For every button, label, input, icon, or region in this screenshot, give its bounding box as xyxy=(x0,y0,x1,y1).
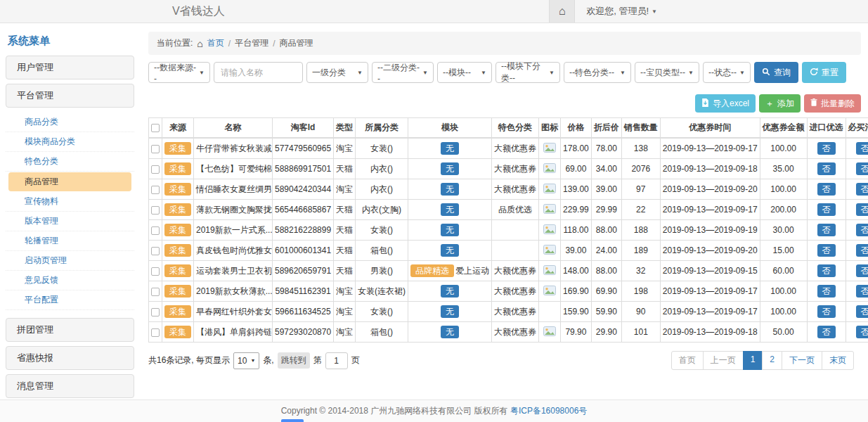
sidebar-subitem[interactable]: 模块商品分类 xyxy=(6,132,134,152)
row-checkbox[interactable] xyxy=(151,145,160,153)
import-select-badge[interactable]: 否 xyxy=(817,203,836,216)
row-checkbox[interactable] xyxy=(151,186,160,194)
record-count-text: 共16条记录, 每页显示 xyxy=(148,354,230,366)
must-buy-badge[interactable]: 否 xyxy=(856,285,868,298)
row-checkbox[interactable] xyxy=(151,288,160,296)
cell-sales: 188 xyxy=(621,220,660,241)
row-checkbox[interactable] xyxy=(151,165,160,174)
breadcrumb-page: 商品管理 xyxy=(280,37,313,49)
sidebar-item-saving-news[interactable]: 省惠快报 xyxy=(6,346,134,370)
filter-select-category-l1[interactable]: 一级分类▼ xyxy=(306,62,368,83)
filter-select-data-source[interactable]: --数据来源--▼ xyxy=(148,62,210,83)
sidebar-subitem[interactable]: 商品分类 xyxy=(6,113,134,132)
must-buy-badge[interactable]: 否 xyxy=(856,264,868,277)
row-checkbox[interactable] xyxy=(151,226,160,235)
col-header-sales: 销售数量 xyxy=(621,118,660,139)
must-buy-badge[interactable]: 否 xyxy=(856,224,868,236)
cell-module: 无 xyxy=(408,322,492,343)
pager-末页[interactable]: 末页 xyxy=(822,351,854,370)
batch-delete-button[interactable]: 批量删除 xyxy=(804,94,861,113)
must-buy-badge[interactable]: 否 xyxy=(856,183,868,196)
cell-source: 采集 xyxy=(162,179,194,200)
must-buy-badge[interactable]: 否 xyxy=(856,244,868,257)
sidebar-item-user[interactable]: 用户管理 xyxy=(6,56,134,79)
import-select-badge[interactable]: 否 xyxy=(817,142,836,155)
import-excel-button[interactable]: 导入excel xyxy=(695,94,756,113)
row-checkbox[interactable] xyxy=(151,267,160,276)
import-select-badge[interactable]: 否 xyxy=(817,264,836,277)
filter-select-feature-category[interactable]: --特色分类--▼ xyxy=(564,62,631,83)
import-select-badge[interactable]: 否 xyxy=(817,285,836,298)
pager-1[interactable]: 1 xyxy=(743,351,763,370)
per-page-select[interactable]: 10 ▼ xyxy=(233,352,259,369)
table-row: 采集早春网红针织外套女春...596611634525淘宝女装()无大额优惠券1… xyxy=(149,302,868,322)
import-select-badge[interactable]: 否 xyxy=(817,244,836,257)
must-buy-badge[interactable]: 否 xyxy=(856,305,868,318)
sidebar-item-platform[interactable]: 平台管理 xyxy=(6,84,134,108)
source-badge: 采集 xyxy=(164,264,191,277)
filter-select-status[interactable]: --状态--▼ xyxy=(703,62,751,83)
caret-down-icon: ▼ xyxy=(422,70,428,76)
sidebar-subitem[interactable]: 版本管理 xyxy=(6,212,134,231)
filter-select-module-sub[interactable]: --模块下分类--▼ xyxy=(495,62,560,83)
filter-select-item-type[interactable]: --宝贝类型--▼ xyxy=(635,62,699,83)
home-button[interactable]: ⌂ xyxy=(549,0,575,23)
row-checkbox[interactable] xyxy=(151,206,160,215)
search-button[interactable]: 查询 xyxy=(754,62,798,83)
pager-首页[interactable]: 首页 xyxy=(671,351,704,370)
import-select-badge[interactable]: 否 xyxy=(817,162,836,175)
pager-下一页[interactable]: 下一页 xyxy=(782,351,822,370)
row-checkbox[interactable] xyxy=(151,328,160,337)
caret-down-icon: ▼ xyxy=(549,70,555,76)
sidebar-subitem[interactable]: 启动页管理 xyxy=(6,251,134,271)
cell-taoke_id: 588869917501 xyxy=(273,159,334,179)
sidebar-subitem[interactable]: 特色分类 xyxy=(6,152,134,172)
select-all-checkbox[interactable] xyxy=(151,124,160,132)
sidebar-subitem[interactable]: 意见反馈 xyxy=(6,271,134,290)
add-button[interactable]: ＋ 添加 xyxy=(759,94,801,113)
pagination: 共16条记录, 每页显示 10 ▼ 条, 跳转到 第 页 首页上一页12下一页末… xyxy=(148,351,861,370)
reset-button[interactable]: 重置 xyxy=(802,62,846,83)
cell-coupon_amount: 100.00 xyxy=(760,281,807,302)
must-buy-badge[interactable]: 否 xyxy=(856,326,868,338)
user-menu[interactable]: 欢迎您, 管理员! ▼ xyxy=(575,5,868,18)
cell-discount: 88.00 xyxy=(591,220,621,241)
cell-taoke_id: 565446685867 xyxy=(273,200,334,220)
cell-name: 真皮钱包时尚优雅女士... xyxy=(194,241,273,261)
sidebar-subitem[interactable]: 轮播管理 xyxy=(6,231,134,251)
must-buy-badge[interactable]: 否 xyxy=(856,203,868,216)
sidebar-subitem[interactable]: 平台配置 xyxy=(6,290,134,310)
cell-sales: 2076 xyxy=(621,159,660,179)
cell-category: 箱包() xyxy=(356,322,408,343)
cell-module: 品牌精选爱上运动 xyxy=(408,261,492,281)
row-checkbox[interactable] xyxy=(151,247,160,255)
cell-coupon_time: 2019-09-13—2019-09-20 xyxy=(660,241,760,261)
cell-price: 139.00 xyxy=(561,179,592,200)
icp-link[interactable]: 粤ICP备16098006号 xyxy=(510,405,587,417)
filter-select-module[interactable]: --模块--▼ xyxy=(437,62,492,83)
pager-上一页[interactable]: 上一页 xyxy=(703,351,744,370)
row-checkbox[interactable] xyxy=(151,308,160,316)
must-buy-badge[interactable]: 否 xyxy=(856,142,868,155)
import-select-badge[interactable]: 否 xyxy=(817,183,836,196)
table-row: 采集情侣睡衣女夏丝绸男士...589042420344淘宝内衣()无大额优惠券1… xyxy=(149,179,868,200)
pager-2[interactable]: 2 xyxy=(762,351,782,370)
import-select-badge[interactable]: 否 xyxy=(817,305,836,318)
module-badge: 无 xyxy=(441,326,459,338)
import-select-badge[interactable]: 否 xyxy=(817,326,836,338)
sidebar-item-group-buy[interactable]: 拼团管理 xyxy=(6,318,134,342)
module-badge: 无 xyxy=(441,285,459,298)
cell-icon xyxy=(539,322,561,343)
cell-must_buy: 否 xyxy=(846,322,868,343)
sidebar-subitem-active[interactable]: 商品管理 xyxy=(8,172,131,191)
cell-category: 箱包() xyxy=(356,241,408,261)
must-buy-badge[interactable]: 否 xyxy=(856,162,868,175)
sidebar-item-message[interactable]: 消息管理 xyxy=(6,374,134,398)
breadcrumb-home-link[interactable]: 首页 xyxy=(207,37,224,49)
filter-select-category-l2[interactable]: --二级分类--▼ xyxy=(372,62,434,83)
sidebar-subitem[interactable]: 宣传物料 xyxy=(6,192,134,212)
name-search-input[interactable] xyxy=(214,62,303,83)
import-select-badge[interactable]: 否 xyxy=(817,224,836,236)
page-number-input[interactable] xyxy=(325,352,348,369)
jump-to-button[interactable]: 跳转到 xyxy=(278,352,310,369)
